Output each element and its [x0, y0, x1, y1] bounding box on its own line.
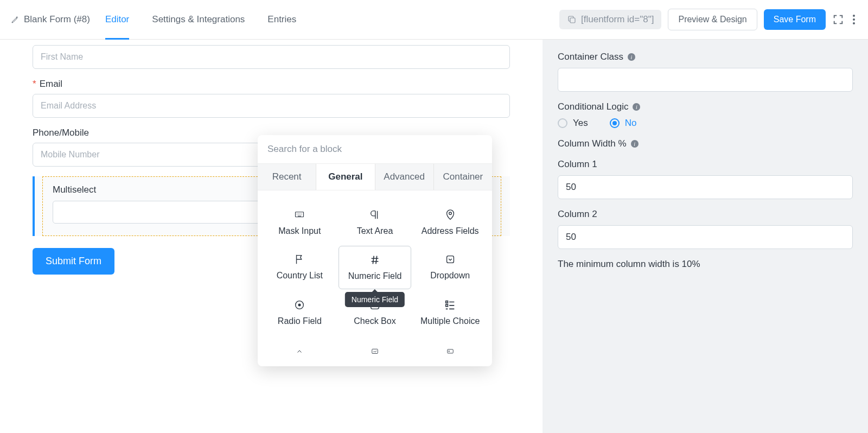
tooltip: Numeric Field — [345, 292, 405, 307]
top-bar-right: [fluentform id="8"] Preview & Design Sav… — [559, 9, 857, 30]
tab-settings[interactable]: Settings & Integrations — [152, 7, 245, 33]
save-button[interactable]: Save Form — [764, 9, 826, 30]
top-bar: Blank Form (#8) Editor Settings & Integr… — [0, 0, 868, 40]
more-icon[interactable] — [851, 12, 857, 27]
column-width-note: The minimum column width is 10% — [558, 259, 853, 270]
column-2-input[interactable] — [558, 225, 853, 249]
block-address-fields[interactable]: Address Fields — [413, 201, 487, 244]
block-dropdown[interactable]: Dropdown — [413, 246, 487, 289]
phone-input[interactable] — [33, 143, 260, 167]
list-icon — [444, 299, 456, 311]
multiselect-input[interactable] — [53, 201, 264, 224]
container-class-row: Container Class i — [558, 52, 853, 92]
block-grid-peek — [258, 338, 492, 366]
dropdown-icon — [444, 253, 456, 265]
shortcode-text: [fluentform id="8"] — [581, 14, 654, 25]
container-class-input[interactable] — [558, 68, 853, 92]
block-peek-3[interactable] — [413, 338, 487, 365]
keyboard-icon — [293, 209, 305, 221]
tab-entries[interactable]: Entries — [267, 7, 296, 33]
radio-circle-icon — [610, 118, 620, 128]
block-mask-input[interactable]: Mask Input — [263, 201, 336, 244]
info-icon[interactable]: i — [631, 140, 639, 148]
image-icon — [369, 346, 381, 358]
submit-button[interactable]: Submit Form — [33, 248, 114, 275]
block-picker-tabs: Recent General Advanced Container — [258, 163, 492, 190]
picker-tab-general[interactable]: General — [316, 164, 375, 190]
info-icon[interactable]: i — [633, 103, 640, 111]
info-icon[interactable]: i — [628, 53, 635, 61]
main-area: *Email Phone/Mobile Multiselect + Submit… — [0, 40, 868, 433]
svg-point-2 — [449, 212, 451, 215]
block-peek-1[interactable] — [263, 338, 336, 365]
conditional-logic-label: Conditional Logic i — [558, 101, 853, 112]
block-text-area[interactable]: Text Area — [339, 201, 412, 244]
copy-icon — [567, 15, 577, 24]
cond-yes-radio[interactable]: Yes — [558, 118, 588, 129]
settings-sidebar: Container Class i Conditional Logic i Ye… — [542, 40, 868, 433]
column-1-input[interactable] — [558, 175, 853, 199]
email-field[interactable]: *Email — [33, 79, 510, 118]
first-name-input[interactable] — [33, 45, 510, 69]
picker-tab-container[interactable]: Container — [434, 164, 492, 190]
block-search-input[interactable]: Search for a block — [258, 135, 492, 163]
column-2-row: Column 2 — [558, 209, 853, 249]
top-bar-left: Blank Form (#8) Editor Settings & Integr… — [11, 7, 296, 33]
paragraph-icon — [369, 209, 381, 221]
block-grid: Mask Input Text Area Address Fields Coun… — [258, 190, 492, 338]
block-picker-popover: Search for a block Recent General Advanc… — [258, 135, 492, 366]
column-width-label: Column Width % i — [558, 138, 853, 149]
pencil-icon — [11, 15, 20, 24]
main-tabs: Editor Settings & Integrations Entries — [105, 7, 296, 33]
svg-rect-9 — [372, 349, 378, 353]
chevron-up-icon — [293, 346, 305, 358]
card-icon — [444, 346, 456, 358]
form-title[interactable]: Blank Form (#8) — [11, 14, 90, 25]
preview-button[interactable]: Preview & Design — [668, 9, 757, 30]
hash-icon — [369, 254, 381, 266]
block-multiple-choice[interactable]: Multiple Choice — [413, 291, 487, 334]
email-label: *Email — [33, 79, 510, 90]
form-canvas: *Email Phone/Mobile Multiselect + Submit… — [0, 40, 542, 433]
svg-rect-7 — [445, 301, 448, 303]
svg-rect-3 — [446, 256, 454, 263]
tab-editor[interactable]: Editor — [105, 7, 129, 33]
block-radio-field[interactable]: Radio Field — [263, 291, 336, 334]
form-title-text: Blank Form (#8) — [24, 14, 90, 25]
fullscreen-icon[interactable] — [832, 14, 844, 26]
conditional-logic-row: Conditional Logic i Yes No — [558, 101, 853, 129]
block-peek-2[interactable] — [339, 338, 412, 365]
picker-tab-recent[interactable]: Recent — [258, 164, 316, 190]
map-pin-icon — [444, 209, 456, 221]
flag-icon — [293, 253, 305, 265]
svg-point-11 — [448, 351, 449, 352]
column-width-row: Column Width % i — [558, 138, 853, 149]
radio-icon — [293, 299, 305, 311]
column-2-label: Column 2 — [558, 209, 853, 220]
shortcode-box[interactable]: [fluentform id="8"] — [559, 10, 661, 29]
block-country-list[interactable]: Country List — [263, 246, 336, 289]
column-1-row: Column 1 — [558, 159, 853, 199]
picker-tab-advanced[interactable]: Advanced — [375, 164, 434, 190]
svg-rect-0 — [570, 18, 575, 23]
conditional-logic-radios: Yes No — [558, 118, 853, 129]
radio-circle-icon — [558, 118, 567, 128]
svg-rect-8 — [445, 304, 448, 307]
first-name-field[interactable] — [33, 45, 510, 69]
email-input[interactable] — [33, 94, 510, 118]
container-class-label: Container Class i — [558, 52, 853, 62]
block-numeric-field[interactable]: Numeric Field Numeric Field — [339, 246, 412, 289]
cond-no-radio[interactable]: No — [610, 118, 637, 129]
column-1-label: Column 1 — [558, 159, 853, 170]
svg-point-5 — [298, 304, 301, 306]
svg-rect-10 — [447, 349, 453, 353]
